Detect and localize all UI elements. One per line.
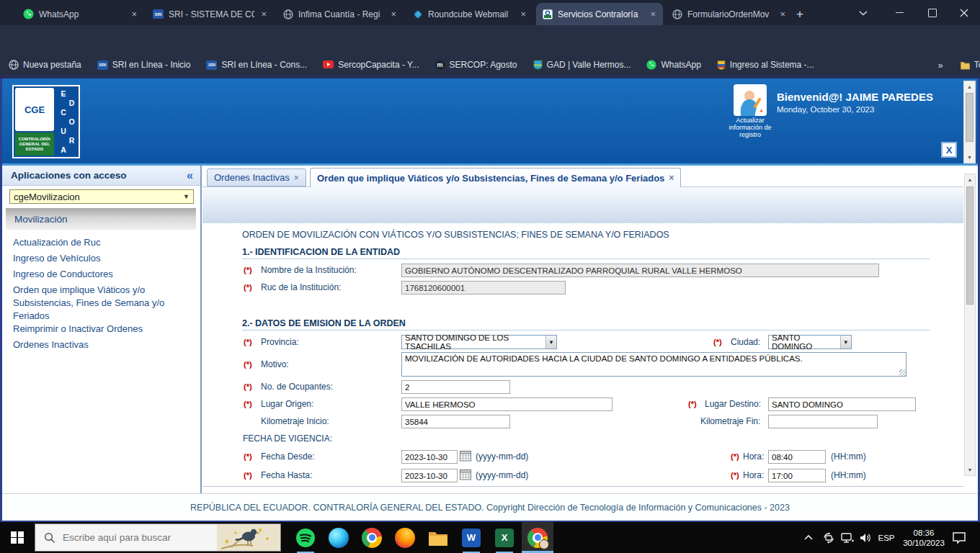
ciudad-select[interactable]: SANTO DOMINGO ▼: [768, 335, 852, 349]
sidebar-item-orden-viaticos[interactable]: Orden que implique Viáticos y/o Subsiste…: [13, 284, 192, 323]
hora-desde-label: Hora:: [743, 451, 764, 462]
close-tab-icon[interactable]: ×: [778, 9, 787, 19]
sidebar-item-ingreso-vehiculos[interactable]: Ingreso de Vehículos: [13, 252, 192, 265]
header-date: Monday, October 30, 2023: [777, 105, 874, 114]
ocupantes-input[interactable]: [401, 380, 510, 394]
hora-desde-input[interactable]: [768, 450, 826, 464]
close-tab-icon[interactable]: ×: [389, 9, 398, 19]
taskbar-word[interactable]: W: [455, 522, 487, 553]
browser-tab-whatsapp[interactable]: WhatsApp ×: [17, 3, 144, 25]
browser-tab-roundcube[interactable]: Roundcube Webmail ×: [406, 3, 533, 25]
tray-volume-icon[interactable]: [856, 522, 875, 553]
bookmark-sri-inicio[interactable]: SRI SRI en Línea - Inicio: [97, 60, 191, 70]
taskbar-chrome-active[interactable]: [522, 522, 553, 553]
tray-network-icon[interactable]: [837, 522, 858, 553]
bookmark-nueva-pestana[interactable]: Nueva pestaña: [9, 60, 81, 70]
scrollbar-thumb[interactable]: [966, 186, 974, 305]
fecha-hasta-label: Fecha Hasta:: [261, 470, 312, 480]
required-mark: (*): [244, 471, 252, 480]
taskbar-search-input[interactable]: [61, 531, 201, 544]
action-center-icon[interactable]: [948, 522, 970, 553]
window-close-button[interactable]: [948, 0, 980, 25]
close-tab-icon[interactable]: ×: [294, 173, 299, 183]
sri-icon: SRI: [206, 60, 217, 70]
required-mark: (*): [244, 382, 252, 391]
tray-chevron-up-icon[interactable]: [798, 522, 819, 553]
taskbar-spotify[interactable]: [290, 522, 321, 553]
motivo-textarea[interactable]: MOVILIZACIÓN DE AUTORIDADES HACIA LA CIU…: [401, 352, 906, 377]
close-tab-icon[interactable]: ×: [649, 9, 657, 19]
window-minimize-button[interactable]: [883, 0, 915, 25]
fecha-hasta-input[interactable]: [401, 469, 458, 482]
bookmarks-bar: Nueva pestaña SRI SRI en Línea - Inicio …: [0, 54, 980, 76]
header-scrollbar[interactable]: ▲ ▼: [963, 81, 976, 163]
cge-favicon: [542, 9, 553, 19]
sidebar-item-ordenes-inactivas[interactable]: Ordenes Inactivas: [13, 338, 192, 351]
new-tab-button[interactable]: +: [791, 6, 808, 23]
workspace-toolbar: [202, 186, 963, 223]
form-title: ORDEN DE MOVILIZACIÓN CON VIÁTICOS Y/O S…: [242, 230, 669, 240]
update-registration-caption[interactable]: Actualizar información de registro: [725, 117, 775, 138]
scroll-down-icon[interactable]: ▼: [965, 464, 975, 475]
provincia-select[interactable]: SANTO DOMINGO DE LOS TSACHILAS ▼: [401, 335, 557, 349]
bookmark-ingreso-sistema[interactable]: Ingreso al Sistema -...: [717, 60, 814, 70]
close-tab-icon[interactable]: ×: [519, 9, 527, 19]
taskbar-search[interactable]: [35, 523, 281, 552]
sidebar-collapse-icon[interactable]: «: [187, 169, 193, 182]
folder-icon: [428, 529, 448, 547]
taskbar-excel[interactable]: X: [489, 522, 520, 553]
application-select[interactable]: cgeMovilizacion ▼: [9, 189, 194, 204]
content-scrollbar[interactable]: ▲ ▼: [964, 174, 976, 476]
app-header: CGE CONTRALORÍA GENERAL DEL ESTADO E C U…: [2, 78, 978, 166]
tab-search-chevron-icon[interactable]: [847, 0, 879, 25]
all-bookmarks-button[interactable]: Todos los marcadores: [961, 60, 980, 70]
lugar-destino-input[interactable]: [768, 397, 916, 411]
bookmark-sercop-agosto[interactable]: m SERCOP: Agosto: [435, 60, 517, 70]
bookmark-whatsapp[interactable]: WhatsApp: [646, 60, 700, 70]
tray-language[interactable]: ESP: [873, 522, 899, 553]
resize-grip[interactable]: [899, 369, 906, 376]
taskbar-chrome[interactable]: [356, 522, 388, 553]
header-close-button[interactable]: X: [941, 142, 957, 158]
sidebar-section-movilizacion[interactable]: Movilización: [6, 208, 196, 230]
bookmarks-overflow-chevrons[interactable]: »: [938, 60, 943, 71]
nombre-institucion-input[interactable]: [401, 264, 879, 277]
calendar-icon[interactable]: [460, 469, 471, 480]
lugar-origen-input[interactable]: [401, 397, 612, 411]
km-inicio-input[interactable]: [401, 415, 510, 428]
browser-tab-infima[interactable]: Infima Cuantía - Regi ×: [277, 3, 404, 25]
fecha-desde-input[interactable]: [401, 450, 458, 464]
workspace-tab-ordenes-inactivas[interactable]: Ordenes Inactivas ×: [207, 168, 306, 186]
ruc-institucion-input[interactable]: [401, 281, 566, 295]
browser-tab-sri[interactable]: SRI SRI - SISTEMA DE COI ×: [147, 3, 274, 25]
taskbar-edge[interactable]: [323, 522, 355, 553]
start-button[interactable]: [0, 522, 35, 553]
close-tab-icon[interactable]: ×: [130, 9, 138, 19]
scroll-up-icon[interactable]: ▲: [964, 81, 975, 92]
bookmark-sri-consultas[interactable]: SRI SRI en Línea - Cons...: [206, 60, 307, 70]
hora-hasta-input[interactable]: [768, 469, 826, 482]
taskbar-file-explorer[interactable]: [422, 522, 454, 553]
sidebar-item-ingreso-conductores[interactable]: Ingreso de Conductores: [13, 268, 192, 281]
workspace-tab-orden-viaticos-active[interactable]: Orden que implique Viáticos y/o Subsiste…: [310, 168, 681, 187]
calendar-icon[interactable]: [460, 450, 471, 462]
bookmark-gad-valle-hermoso[interactable]: GAD | Valle Hermos...: [533, 60, 631, 70]
browser-tab-formulario[interactable]: FormularioOrdenMov ×: [666, 3, 793, 25]
scrollbar-thumb[interactable]: [966, 93, 974, 142]
tab-title: Servicios Contraloría: [558, 9, 643, 19]
close-tab-icon[interactable]: ×: [259, 9, 268, 19]
taskbar-firefox[interactable]: [389, 522, 421, 553]
scroll-up-icon[interactable]: ▲: [965, 174, 975, 185]
km-fin-input[interactable]: [768, 415, 878, 428]
tray-clock[interactable]: 08:36 30/10/2023: [902, 522, 945, 553]
tray-sync-icon[interactable]: [819, 522, 839, 553]
content-bottom-border: [202, 486, 963, 487]
window-maximize-button[interactable]: [917, 0, 948, 25]
browser-tab-servicios-contraloria-active[interactable]: Servicios Contraloría ×: [536, 3, 663, 25]
close-tab-icon[interactable]: ×: [669, 173, 674, 183]
scroll-down-icon[interactable]: ▼: [964, 152, 975, 163]
sidebar-item-reimprimir-inactivar[interactable]: Reimprimir o Inactivar Ordenes: [13, 323, 192, 336]
sidebar-item-actualizacion-ruc[interactable]: Actualización de Ruc: [13, 236, 192, 249]
update-registration-avatar[interactable]: [734, 84, 767, 116]
bookmark-sercopcapacita[interactable]: SercopCapacita - Y...: [323, 60, 419, 70]
